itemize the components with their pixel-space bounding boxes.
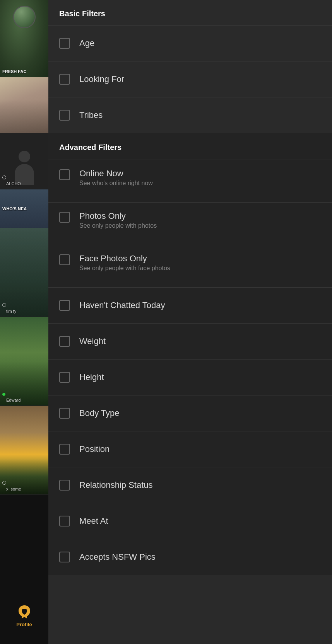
filter-item-meet-at[interactable]: Meet At: [48, 503, 332, 539]
filter-label-tribes: Tribes: [79, 110, 103, 120]
sidebar-item-body[interactable]: [0, 77, 48, 133]
filter-item-accepts-nsfw-pics[interactable]: Accepts NSFW Pics: [48, 539, 332, 575]
filter-item-relationship-status[interactable]: Relationship Status: [48, 467, 332, 503]
checkbox-position[interactable]: [59, 444, 70, 455]
checkbox-face-photos-only[interactable]: [59, 254, 70, 265]
filter-label-weight: Weight: [79, 336, 106, 346]
filter-item-age[interactable]: Age: [48, 25, 332, 61]
filter-item-havent-chatted-today[interactable]: Haven't Chatted Today: [48, 287, 332, 323]
sidebar: FRESH FAC AI CHO WHO'S NEA tim ty: [0, 0, 48, 644]
filter-item-body-type[interactable]: Body Type: [48, 395, 332, 431]
checkbox-havent-chatted-today[interactable]: [59, 300, 70, 311]
checkbox-meet-at[interactable]: [59, 516, 70, 526]
status-indicator-edward: [2, 393, 5, 396]
filter-item-height[interactable]: Height: [48, 359, 332, 395]
filter-label-face-photos-only: Face Photos Only: [79, 254, 170, 264]
sidebar-item-whos-near[interactable]: WHO'S NEA: [0, 189, 48, 228]
filter-label-photos-only: Photos Only: [79, 211, 157, 221]
filter-panel: Basic Filters Age Looking For Tribes Adv…: [48, 0, 332, 644]
checkbox-relationship-status[interactable]: [59, 480, 70, 491]
filter-label-online-now: Online Now: [79, 169, 153, 179]
basic-filter-list: Age Looking For Tribes: [48, 25, 332, 133]
person-silhouette: [15, 151, 34, 185]
checkbox-photos-only[interactable]: [59, 212, 70, 223]
filter-label-age: Age: [79, 38, 94, 48]
cell-label-fresh-fac: FRESH FAC: [2, 69, 26, 74]
checkbox-weight[interactable]: [59, 336, 70, 347]
filter-sublabel-online-now: See who's online right now: [79, 180, 153, 187]
profile-label: Profile: [16, 622, 32, 627]
profile-tab[interactable]: Profile: [0, 587, 48, 644]
profile-icon: [17, 604, 32, 618]
filter-label-accepts-nsfw-pics: Accepts NSFW Pics: [79, 552, 156, 562]
filter-label-looking-for: Looking For: [79, 74, 124, 84]
filter-item-online-now[interactable]: Online Now See who's online right now: [48, 160, 332, 202]
advanced-filters-header: Advanced Filters: [48, 133, 332, 160]
filter-item-weight[interactable]: Weight: [48, 323, 332, 359]
checkbox-tribes[interactable]: [59, 110, 70, 121]
offline-ring-tim-ty: [2, 303, 6, 307]
filter-item-face-photos-only[interactable]: Face Photos Only See only people with fa…: [48, 245, 332, 287]
filter-item-position[interactable]: Position: [48, 431, 332, 467]
filter-text-online-now: Online Now See who's online right now: [79, 169, 153, 187]
filter-label-body-type: Body Type: [79, 408, 120, 418]
status-indicator: [2, 175, 6, 179]
checkbox-body-type[interactable]: [59, 408, 70, 419]
sidebar-item-x-some[interactable]: x_some: [0, 406, 48, 495]
filter-sublabel-face-photos-only: See only people with face photos: [79, 265, 170, 272]
status-indicator-tim-ty: [2, 303, 6, 307]
cell-label-ai-cho: AI CHO: [6, 181, 21, 186]
advanced-section: Advanced Filters Online Now See who's on…: [48, 133, 332, 575]
sidebar-item-fresh-fac[interactable]: FRESH FAC: [0, 0, 48, 77]
checkbox-accepts-nsfw-pics[interactable]: [59, 552, 70, 562]
cell-label-whos-near: WHO'S NEA: [2, 206, 27, 211]
offline-ring-x-some: [2, 481, 6, 485]
filter-label-relationship-status: Relationship Status: [79, 480, 153, 490]
filter-label-height: Height: [79, 372, 104, 382]
sidebar-item-edward[interactable]: Edward: [0, 317, 48, 406]
cell-label-edward: Edward: [6, 398, 21, 402]
sidebar-item-tim-ty[interactable]: tim ty: [0, 228, 48, 317]
filter-item-looking-for[interactable]: Looking For: [48, 61, 332, 97]
filter-label-position: Position: [79, 444, 110, 454]
filter-label-meet-at: Meet At: [79, 516, 108, 526]
cell-label-x-some: x_some: [6, 487, 21, 491]
filter-item-photos-only[interactable]: Photos Only See only people with photos: [48, 202, 332, 245]
cell-label-tim-ty: tim ty: [6, 309, 16, 313]
status-indicator-x-some: [2, 481, 6, 485]
online-dot-edward: [2, 393, 5, 396]
sidebar-item-ai-cho[interactable]: AI CHO: [0, 133, 48, 189]
offline-ring: [2, 175, 6, 179]
filter-text-face-photos-only: Face Photos Only See only people with fa…: [79, 254, 170, 272]
filter-label-havent-chatted-today: Haven't Chatted Today: [79, 300, 165, 310]
avatar: [13, 6, 36, 28]
filter-sublabel-photos-only: See only people with photos: [79, 222, 157, 229]
checkbox-height[interactable]: [59, 372, 70, 383]
checkbox-age[interactable]: [59, 38, 70, 49]
filter-item-tribes[interactable]: Tribes: [48, 97, 332, 133]
checkbox-online-now[interactable]: [59, 169, 70, 180]
basic-filters-header: Basic Filters: [48, 0, 332, 25]
filter-text-photos-only: Photos Only See only people with photos: [79, 211, 157, 229]
checkbox-looking-for[interactable]: [59, 74, 70, 85]
